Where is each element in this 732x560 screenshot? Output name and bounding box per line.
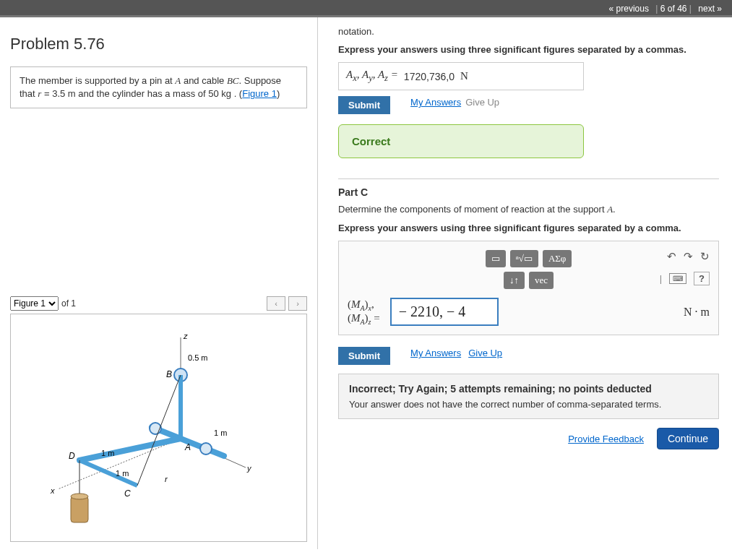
partC-title: Part C bbox=[338, 186, 719, 198]
partC-submit-button[interactable]: Submit bbox=[338, 347, 390, 365]
partB-my-answers-link[interactable]: My Answers bbox=[410, 97, 461, 108]
partB-answer-display: Ax, Ay, Az = 1720,736,0 N bbox=[338, 62, 584, 90]
partB-lhs: Ax, Ay, Az = bbox=[346, 69, 398, 84]
partC-prompt: Determine the components of moment of re… bbox=[338, 204, 719, 215]
partB-status-correct: Correct bbox=[338, 124, 584, 158]
prev-link[interactable]: « previous bbox=[605, 4, 653, 14]
partC-my-answers-link[interactable]: My Answers bbox=[410, 348, 461, 358]
svg-point-6 bbox=[200, 443, 212, 455]
svg-line-8 bbox=[79, 439, 181, 460]
dim-1m-a: 1 m bbox=[214, 428, 227, 437]
partB-submit-button[interactable]: Submit bbox=[338, 96, 390, 114]
partB-unit: N bbox=[460, 70, 468, 82]
figure-next-button[interactable]: › bbox=[288, 296, 307, 311]
partC-lhs: (MA)x, (MA)z = bbox=[348, 298, 380, 326]
partB-notation: notation. bbox=[338, 26, 719, 37]
axis-y-label: y bbox=[246, 464, 252, 473]
axis-x-label: x bbox=[50, 486, 55, 495]
partC-instruction: Express your answers using three signifi… bbox=[338, 223, 719, 233]
dim-05m: 0.5 m bbox=[188, 353, 208, 362]
toolbar-undo-icon[interactable]: ↶ bbox=[667, 250, 676, 263]
section-divider bbox=[338, 178, 719, 179]
partC-unit: N · m bbox=[684, 306, 710, 319]
problem-title: Problem 5.76 bbox=[10, 35, 307, 53]
dim-1m-b: 1 m bbox=[101, 449, 114, 457]
right-column: notation. Express your answers using thr… bbox=[318, 17, 732, 549]
partC-answer-input[interactable]: − 2210, − 4 bbox=[390, 298, 499, 326]
partC-feedback-incorrect: Incorrect; Try Again; 5 attempts remaini… bbox=[338, 374, 719, 419]
label-C: C bbox=[124, 488, 131, 499]
figure-link[interactable]: Figure 1 bbox=[242, 88, 277, 99]
toolbar-redo-icon[interactable]: ↷ bbox=[684, 250, 693, 263]
svg-point-13 bbox=[71, 494, 88, 499]
svg-rect-12 bbox=[71, 496, 88, 522]
svg-line-10 bbox=[137, 375, 181, 486]
top-nav: « previous | 6 of 46 | next » bbox=[0, 0, 732, 17]
provide-feedback-link[interactable]: Provide Feedback bbox=[568, 434, 644, 444]
figure-select[interactable]: Figure 1 bbox=[10, 296, 59, 311]
svg-line-2 bbox=[58, 439, 181, 489]
toolbar-reset-icon[interactable]: ↻ bbox=[700, 250, 710, 263]
toolbar-template-icon[interactable]: ▭ bbox=[486, 250, 506, 267]
problem-statement: The member is supported by a pin at A an… bbox=[10, 66, 307, 108]
partB-value: 1720,736,0 bbox=[404, 71, 455, 82]
toolbar-help-icon[interactable]: ? bbox=[694, 272, 710, 285]
label-D: D bbox=[69, 451, 75, 461]
figure-diagram: z y x B 0.5 m A 1 m D 1 m bbox=[29, 323, 289, 533]
figure-prev-button[interactable]: ‹ bbox=[267, 296, 285, 311]
partB-instruction: Express your answers using three signifi… bbox=[338, 44, 719, 55]
nav-position: 6 of 46 bbox=[660, 4, 687, 14]
figure-count: of 1 bbox=[61, 298, 76, 309]
toolbar-vec-button[interactable]: vec bbox=[529, 272, 554, 289]
toolbar-keyboard-icon[interactable]: ⌨ bbox=[669, 273, 686, 284]
toolbar-greek-icon[interactable]: ΑΣφ bbox=[543, 250, 572, 267]
partC-feedback-body: Your answer does not have the correct nu… bbox=[349, 399, 708, 410]
partB-give-up[interactable]: Give Up bbox=[465, 97, 499, 108]
partC-feedback-title: Incorrect; Try Again; 5 attempts remaini… bbox=[349, 383, 708, 395]
left-column: Problem 5.76 The member is supported by … bbox=[0, 17, 318, 549]
label-B: B bbox=[166, 369, 172, 379]
label-r: r bbox=[165, 475, 168, 483]
continue-button[interactable]: Continue bbox=[657, 428, 719, 449]
toolbar-updown-icon[interactable]: ↓↑ bbox=[504, 272, 525, 289]
figure-selector-row: Figure 1 of 1 ‹ › bbox=[10, 296, 307, 311]
partC-give-up-link[interactable]: Give Up bbox=[468, 348, 502, 358]
axis-z-label: z bbox=[183, 332, 188, 340]
next-link[interactable]: next » bbox=[694, 4, 726, 14]
toolbar-sqrt-icon[interactable]: ⁿ√▭ bbox=[510, 250, 538, 267]
dim-1m-c: 1 m bbox=[116, 469, 129, 478]
equation-editor: ▭ ⁿ√▭ ΑΣφ ↶ ↷ ↻ ↓↑ vec | ⌨ ? bbox=[338, 241, 719, 335]
figure-panel: z y x B 0.5 m A 1 m D 1 m bbox=[10, 314, 307, 542]
label-A: A bbox=[184, 442, 191, 452]
